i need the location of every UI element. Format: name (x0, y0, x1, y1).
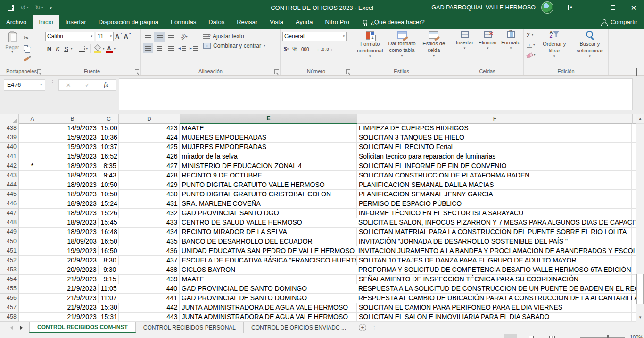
cell[interactable]: 10:36 (99, 133, 119, 143)
namebox-resize-handle[interactable]: ⋮ (50, 81, 55, 84)
row-header[interactable]: 455 (0, 284, 19, 294)
cell[interactable]: MAATE (180, 275, 356, 284)
formula-bar-input[interactable] (119, 78, 633, 110)
ribbon-tab-nitro-pro[interactable]: Nitro Pro (319, 15, 355, 29)
cell[interactable]: SOLICITA EL SALON, INFOCUS PIZARRON Y 7 … (356, 218, 632, 228)
cell[interactable]: 8:30 (99, 256, 119, 265)
number-format-select[interactable]: General▾ (282, 32, 347, 41)
row-header[interactable]: 438 (0, 124, 19, 133)
find-select-button[interactable]: Buscar y seleccionar ▾ (572, 31, 607, 68)
restore-button[interactable] (603, 0, 623, 15)
cell[interactable] (632, 265, 636, 275)
cell[interactable]: ESCUELA DE EDUCATIVA BÁSICA "FRANCISCO H… (180, 256, 356, 265)
font-size-select[interactable]: 11▾ (96, 32, 114, 41)
cell[interactable] (632, 199, 636, 209)
cell[interactable] (632, 237, 636, 246)
currency-button[interactable]: $▾ (282, 44, 290, 54)
chevron-down-icon[interactable]: ▾ (71, 47, 73, 51)
cell[interactable]: UNIDAD EDUCATIVA SAN PEDRO DE VALLE HERM… (180, 246, 356, 256)
cell[interactable]: 435 (119, 237, 180, 246)
cell[interactable]: 16:50 (99, 237, 119, 246)
new-sheet-button[interactable]: + (359, 324, 366, 331)
sort-filter-button[interactable]: AZ Ordenar y filtrar ▾ (539, 31, 570, 68)
cell[interactable]: 18/9/2023 (46, 199, 99, 209)
cell[interactable]: PERMISO DE ESPACIO PÚBLICO (357, 199, 632, 209)
cell[interactable] (632, 133, 636, 143)
cell[interactable]: INVITACION JURAMENTO A LA BANDEA Y PROCL… (356, 246, 632, 256)
chevron-down-icon[interactable]: ▾ (86, 47, 88, 51)
cell[interactable]: 425 (119, 143, 180, 152)
cell[interactable]: SOLICITAN MATERIAL PARA LA CONSTRUCCIÓN … (357, 228, 632, 237)
cell[interactable] (19, 294, 46, 303)
format-painter-button[interactable] (23, 53, 32, 62)
page-break-view-button[interactable] (546, 334, 558, 338)
merge-center-button[interactable]: Combinar y centrar ▾ (203, 42, 265, 49)
font-family-select[interactable]: Calibri▾ (45, 32, 94, 41)
cell[interactable] (19, 143, 46, 152)
row-header[interactable]: 439 (0, 133, 19, 143)
cell[interactable]: 18/9/2023 (46, 218, 99, 228)
confirm-entry-icon[interactable]: ✓ (85, 82, 90, 89)
cell[interactable]: 18/9/2023 (46, 171, 99, 180)
cell[interactable]: 20/9/2023 (46, 256, 99, 265)
cell-styles-button[interactable]: Estilos de celda ▾ (418, 31, 450, 68)
cell[interactable]: BANCO DE DESARROLLO DEL ECUADOR (180, 237, 356, 246)
cell[interactable]: 21/9/2023 (46, 275, 99, 284)
ribbon-tab-ayuda[interactable]: Ayuda (289, 15, 319, 29)
cell[interactable]: 442 (119, 303, 180, 313)
cell[interactable]: SOLICITAN EL RECINTO Ferial (357, 143, 632, 152)
cell[interactable]: 11:05 (99, 284, 118, 294)
collapse-ribbon-button[interactable] (636, 68, 640, 72)
column-header-C[interactable]: C (99, 114, 119, 124)
cell[interactable]: 10:50 (99, 190, 119, 199)
cell[interactable] (19, 275, 46, 284)
cell[interactable]: JUNTA ADMINISTRADORA DE AGUA VALE HERMOS… (180, 303, 356, 313)
cell[interactable] (632, 228, 636, 237)
cell[interactable] (19, 218, 46, 228)
vertical-scrollbar[interactable]: ▲ ▼ (636, 114, 644, 322)
cell[interactable]: INVITACIÓN "JORNADA DE DESARROLLO SOSTEN… (357, 237, 632, 246)
normal-view-button[interactable] (504, 334, 517, 338)
cell[interactable]: 9:30 (99, 265, 118, 275)
row-header[interactable]: 456 (0, 294, 19, 303)
row-header[interactable]: 451 (0, 246, 19, 256)
cell[interactable]: 433 (118, 218, 180, 228)
cell[interactable] (632, 209, 636, 218)
cell[interactable]: 437 (119, 256, 180, 265)
italic-button[interactable]: K (54, 44, 62, 53)
cell[interactable]: SOLITAN 10 TRAJES DE DANZA PARA EL GRUPO… (357, 256, 632, 265)
save-icon[interactable] (8, 5, 14, 11)
cell[interactable]: INFORME TÉCNICO EN EL SECTOR ISLA SARAYA… (357, 209, 632, 218)
copy-button[interactable]: ▾ (23, 43, 32, 52)
cell[interactable]: 15/9/2023 (46, 133, 99, 143)
zoom-level[interactable]: 100% (630, 334, 643, 338)
cell[interactable] (632, 275, 636, 284)
column-header-A[interactable]: A (19, 114, 46, 124)
cell[interactable] (19, 124, 46, 133)
undo-button[interactable]: ↺▾ (20, 4, 28, 11)
share-button[interactable]: Compartir (601, 15, 644, 29)
dialog-launcher-icon[interactable] (274, 69, 279, 74)
conditional-formatting-button[interactable]: Formato condicional ▾ (354, 31, 386, 68)
cell[interactable] (19, 256, 46, 265)
align-bottom-button[interactable] (165, 32, 176, 42)
ribbon-tab-revisar[interactable]: Revisar (231, 15, 264, 29)
orientation-button[interactable]: ab▾ (177, 32, 191, 42)
cell[interactable]: 21/9/2023 (46, 303, 99, 313)
ribbon-tab-f-rmulas[interactable]: Fórmulas (165, 15, 202, 29)
cell[interactable]: 15:26 (99, 209, 119, 218)
cell[interactable]: JUNTA ADMINISTRADORA DE AGUA VALE HERMOS… (180, 313, 356, 322)
delete-cells-button[interactable]: Eliminar ▾ (477, 31, 499, 68)
cell[interactable]: CICLOS BAYRON (180, 265, 356, 275)
redo-button[interactable]: ↻▾ (35, 4, 43, 11)
cell[interactable]: 14/9/2023 (46, 124, 99, 133)
cell[interactable]: 15:45 (99, 218, 118, 228)
cell[interactable]: 15/9/2023 (46, 152, 99, 161)
cell[interactable]: 11:07 (99, 294, 118, 303)
scroll-up-arrow[interactable]: ▲ (636, 114, 644, 124)
cell[interactable]: 423 (119, 124, 180, 133)
cell[interactable]: SEÑALAMIENTO DE INSPECCION TÉCNICA PARA … (357, 275, 632, 284)
cell[interactable]: 438 (118, 265, 180, 275)
select-all-corner[interactable] (0, 114, 19, 124)
cell[interactable]: 441 (118, 294, 180, 303)
